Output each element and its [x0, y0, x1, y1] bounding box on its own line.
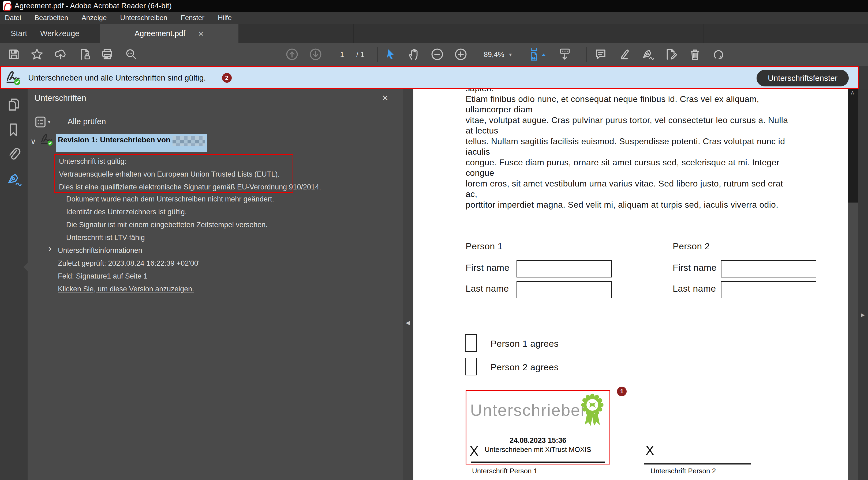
menu-bearbeiten[interactable]: Bearbeiten — [35, 14, 68, 22]
menu-bar: Datei Bearbeiten Anzeige Unterschreiben … — [0, 12, 868, 24]
collapse-panel-icon[interactable]: ◄ — [404, 319, 411, 327]
delete-button[interactable] — [687, 47, 703, 62]
redo-icon — [712, 48, 725, 61]
comment-icon — [594, 48, 607, 61]
stamp-word: Unterschrieben — [470, 401, 590, 419]
hide-toolbar-icon — [558, 47, 571, 61]
person1-first-name-label: First name — [466, 263, 509, 273]
title-bar: Agreement.pdf - Adobe Acrobat Reader (64… — [0, 0, 868, 12]
page-down-icon — [309, 48, 322, 61]
detail-line: Identität des Unterzeichners ist gültig. — [66, 208, 187, 216]
select-tool-button[interactable] — [383, 47, 398, 62]
signature-stamp-annotation[interactable]: Unterschrieben 24.08.2023 15:36 Untersch… — [466, 390, 610, 465]
tab-document-label: Agreement.pdf — [134, 29, 185, 38]
pen-nib-icon — [641, 48, 654, 61]
menu-datei[interactable]: Datei — [5, 14, 21, 22]
stamp-date: 24.08.2023 15:36 — [466, 436, 610, 445]
document-scrollbar[interactable]: ∧ — [848, 89, 858, 480]
document-body-text: sapien. Etiam finibus odio nunc, et cons… — [466, 83, 788, 210]
attachments-button[interactable] — [6, 146, 22, 161]
comment-button[interactable] — [593, 47, 608, 62]
tab-close-icon[interactable]: × — [198, 29, 204, 38]
previous-page-button[interactable] — [284, 47, 300, 62]
toolbar-divider — [586, 47, 587, 62]
tab-werkzeuge[interactable]: Werkzeuge — [40, 24, 79, 43]
person1-agrees-label: Person 1 agrees — [491, 339, 559, 349]
page-total-label: / 1 — [356, 48, 364, 61]
signature1-label: Unterschrift Person 1 — [472, 467, 537, 475]
bookmarks-button[interactable] — [6, 122, 22, 137]
signature2-label: Unterschrift Person 2 — [650, 467, 716, 475]
detail-line: Unterschrift ist LTV-fähig — [66, 234, 145, 242]
person2-agrees-checkbox[interactable] — [465, 358, 477, 375]
revision-title: Revision 1: Unterschrieben von — [58, 136, 170, 144]
scroll-up-icon[interactable]: ∧ — [850, 89, 855, 96]
revision-row[interactable]: Revision 1: Unterschrieben von — [56, 134, 207, 152]
signatures-panel: Unterschriften ✕ ▾ Alle prüfen ∨ Revisio… — [28, 89, 403, 480]
zoom-out-button[interactable] — [430, 47, 445, 62]
chevron-down-icon[interactable]: ∨ — [30, 137, 36, 146]
next-page-button[interactable] — [308, 47, 323, 62]
cloud-upload-button[interactable] — [53, 47, 68, 62]
status-line: Vertrauensquelle erhalten von European U… — [59, 170, 280, 178]
expand-tools-pane-icon[interactable]: ► — [860, 311, 866, 319]
person1-last-name-field[interactable] — [517, 281, 612, 298]
person1-first-name-field[interactable] — [517, 260, 612, 277]
trash-icon — [689, 48, 701, 61]
hand-tool-button[interactable] — [407, 47, 422, 62]
edit-document-icon — [665, 48, 678, 61]
protect-document-button[interactable] — [77, 47, 92, 62]
panel-options-button[interactable] — [34, 115, 46, 130]
print-button[interactable] — [100, 47, 115, 62]
zoom-in-icon — [454, 48, 467, 61]
advanced-search-button[interactable] — [124, 47, 139, 62]
tools-pane-strip: ► — [858, 89, 868, 480]
highlight-button[interactable] — [617, 47, 632, 62]
menu-anzeige[interactable]: Anzeige — [82, 14, 106, 22]
signature2-line[interactable] — [644, 464, 751, 465]
person2-agrees-label: Person 2 agrees — [491, 362, 559, 372]
signature-info-toggle[interactable]: Unterschriftsinformationen — [58, 246, 142, 255]
page-number-input[interactable]: 1 — [332, 48, 352, 61]
paperclip-icon — [6, 146, 22, 161]
page-thumbnails-button[interactable] — [6, 97, 22, 112]
edit-pdf-button[interactable] — [664, 47, 679, 62]
menu-unterschreiben[interactable]: Unterschreiben — [120, 14, 167, 22]
menu-hilfe[interactable]: Hilfe — [218, 14, 232, 22]
acrobat-app-icon — [3, 1, 11, 10]
tab-separator — [704, 24, 704, 43]
window-title: Agreement.pdf - Adobe Acrobat Reader (64… — [14, 2, 172, 10]
redo-button[interactable] — [711, 47, 726, 62]
person1-agrees-checkbox[interactable] — [465, 334, 477, 352]
tab-start[interactable]: Start — [11, 24, 27, 43]
zoom-level-value: 89,4% — [484, 50, 504, 59]
hide-toolbar-button[interactable] — [557, 47, 572, 62]
acrobat-window: Agreement.pdf - Adobe Acrobat Reader (64… — [0, 0, 868, 480]
signatures-panel-button[interactable] — [6, 172, 22, 187]
signature2-x-mark: X — [645, 443, 654, 458]
person1-heading: Person 1 — [466, 241, 503, 251]
save-icon — [8, 48, 20, 61]
signature-panel-button[interactable]: Unterschriftsfenster — [756, 70, 849, 87]
status-line: Unterschrift ist gültig: — [59, 157, 126, 166]
person2-first-name-field[interactable] — [721, 260, 816, 277]
menu-fenster[interactable]: Fenster — [181, 14, 205, 22]
favorites-button[interactable] — [29, 47, 44, 62]
view-version-link[interactable]: Klicken Sie, um diese Version anzuzeigen… — [58, 285, 194, 293]
stamp-x-mark: X — [470, 443, 478, 459]
fill-sign-button[interactable] — [640, 47, 655, 62]
chevron-right-icon[interactable]: › — [48, 244, 52, 253]
person2-last-name-field[interactable] — [721, 281, 816, 298]
zoom-in-button[interactable] — [453, 47, 468, 62]
scrollbar-thumb[interactable] — [848, 89, 858, 203]
panel-close-icon[interactable]: ✕ — [382, 93, 389, 103]
pointer-icon — [385, 48, 397, 61]
save-button[interactable] — [6, 47, 22, 62]
zoom-out-icon — [431, 48, 444, 61]
zoom-level-select[interactable]: 89,4% ▾ — [476, 48, 519, 61]
page-fit-button[interactable] — [527, 47, 548, 62]
redacted-signer-name — [173, 136, 205, 146]
tab-document[interactable]: Agreement.pdf × — [100, 24, 239, 43]
person2-last-name-label: Last name — [673, 283, 716, 294]
validate-all-button[interactable]: Alle prüfen — [67, 117, 106, 126]
